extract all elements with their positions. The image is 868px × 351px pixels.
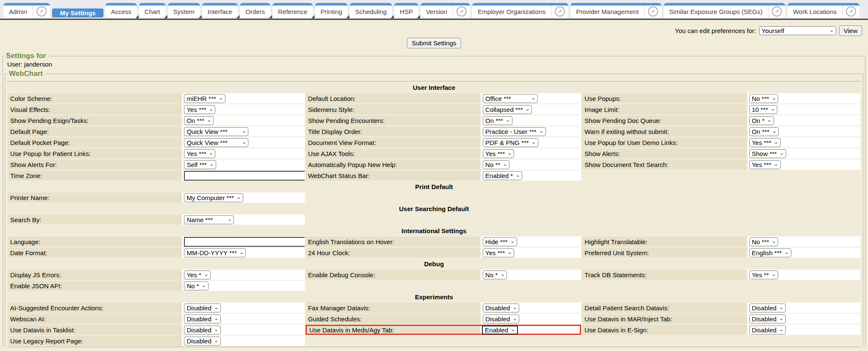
guided-schedules-select[interactable]: Disabled (483, 315, 519, 323)
chevron-down-icon (529, 139, 536, 146)
setting-value-cell: Yes *** (182, 148, 304, 159)
enable-json-api-select[interactable]: No * (184, 281, 208, 290)
use-ajax-tools-label: Use AJAX Tools: (306, 148, 480, 159)
printer-name-select[interactable]: My Computer *** (184, 193, 243, 202)
tab-access[interactable]: Access (106, 3, 137, 17)
use-datavis-in-meds-agy-tab-select[interactable]: Enabled (482, 326, 518, 334)
show-pending-encounters-label: Show Pending Encounters: (306, 115, 480, 125)
tab-external-link[interactable] (453, 6, 470, 17)
chevron-down-icon (827, 27, 834, 34)
tab-interface[interactable]: Interface (202, 3, 238, 17)
show-pending-esign-tasks-select[interactable]: On *** (184, 116, 214, 125)
fax-manager-datavis-select[interactable]: Disabled (483, 304, 519, 312)
webscan-ai-select[interactable]: Disabled (184, 315, 220, 323)
tab-admin[interactable]: Admin (3, 3, 50, 17)
color-scheme-select[interactable]: miEHR *** (184, 94, 225, 103)
detail-patient-search-datavis-select[interactable]: Disabled (749, 304, 786, 312)
setting-value-cell: Yes *** (481, 148, 581, 159)
tab-external-link[interactable] (33, 6, 50, 17)
settings-row: Enable JSON API:No * (8, 281, 860, 291)
warn-if-exiting-without-submit-select[interactable]: On *** (749, 127, 779, 136)
tab-employer-organizations[interactable]: Employer Organizations (472, 3, 568, 17)
show-alerts-for-select[interactable]: Self *** (184, 160, 216, 169)
language-input[interactable] (184, 237, 304, 247)
use-popup-for-user-demo-links-label: Use Popup for User Demo Links: (582, 137, 746, 148)
tab-chart[interactable]: Chart (139, 3, 166, 17)
chevron-down-icon (216, 95, 223, 102)
use-datavis-in-mar-inject-tab-select[interactable]: Disabled (749, 315, 786, 323)
use-popup-for-user-demo-links-select[interactable]: Yes *** (749, 138, 781, 147)
title-display-order-select[interactable]: Practice - User *** (483, 127, 546, 136)
select-value: Disabled (186, 315, 211, 323)
tab-work-locations[interactable]: Work Locations (787, 3, 860, 17)
view-button[interactable]: View (839, 25, 862, 36)
tab-my-settings[interactable]: My Settings (52, 8, 103, 17)
settings-row: Default Pocket Page:Quick View ***Docume… (8, 137, 860, 148)
chevron-down-icon (765, 117, 772, 124)
setting-value-cell: Quick View *** (182, 137, 304, 148)
use-popups-select[interactable]: No *** (749, 94, 779, 103)
default-location-select[interactable]: Office *** (483, 94, 538, 103)
use-datavis-in-tasklist-select[interactable]: Disabled (184, 326, 220, 334)
setting-value-cell: Yes *** (182, 104, 304, 114)
submit-settings-button[interactable]: Submit Settings (407, 38, 461, 48)
tab-similar-exposure-groups-segs[interactable]: Similar Exposure Groups (SEGs) (664, 3, 785, 17)
tab-hsp[interactable]: HSP (394, 3, 418, 17)
setting-value-cell: Yes * (182, 270, 304, 280)
tab-reference[interactable]: Reference (273, 3, 313, 17)
tab-external-link[interactable] (551, 6, 568, 17)
preferences-for-select[interactable]: Yourself (759, 26, 836, 35)
setting-value-cell: Disabled (748, 303, 860, 313)
select-value: On *** (186, 117, 204, 124)
setting-value-cell: On *** (748, 126, 860, 136)
show-alerts-select[interactable]: Show *** (749, 149, 786, 158)
show-pending-encounters-select[interactable]: On *** (483, 116, 512, 125)
use-popup-for-patient-links-select[interactable]: Yes *** (184, 149, 215, 158)
english-translations-on-hover-select[interactable]: Hide *** (483, 237, 517, 246)
tab-orders[interactable]: Orders (240, 3, 270, 17)
setting-value-cell: My Computer *** (182, 192, 304, 203)
time-zone-input[interactable] (184, 171, 304, 181)
highlight-translatable-select[interactable]: No *** (749, 237, 779, 246)
tab-provider-management[interactable]: Provider Management (570, 3, 662, 17)
external-link-icon (648, 6, 658, 17)
visual-effects-select[interactable]: Yes *** (184, 105, 215, 114)
date-format-select[interactable]: MM-DD-YYYY *** (184, 248, 246, 257)
select-value: No * (186, 282, 199, 290)
empty-cell (306, 336, 860, 346)
24-hour-clock-select[interactable]: Yes *** (483, 248, 514, 257)
chevron-down-icon (782, 249, 789, 256)
sidemenu-style-select[interactable]: Collapsed *** (483, 105, 532, 114)
select-value: Yes * (186, 271, 201, 279)
select-value: MM-DD-YYYY *** (186, 249, 236, 256)
search-by-select[interactable]: Name *** (184, 215, 234, 224)
use-legacy-report-page-select[interactable]: Disabled (184, 337, 220, 345)
show-pending-doc-queue-select[interactable]: On * (749, 116, 774, 125)
image-limit-select[interactable]: 10 *** (749, 105, 777, 114)
default-pocket-page-select[interactable]: Quick View *** (184, 138, 248, 147)
tab-label: Provider Management (570, 6, 644, 17)
tab-external-link[interactable] (768, 6, 785, 17)
ai-suggested-encounter-actions-select[interactable]: Disabled (184, 304, 220, 312)
document-view-format-select[interactable]: PDF & PNG *** (483, 138, 538, 147)
default-page-select[interactable]: Quick View *** (184, 127, 248, 136)
show-document-text-search-select[interactable]: Yes *** (749, 160, 781, 169)
enable-debug-console-select[interactable]: No * (483, 270, 507, 279)
select-value: On *** (752, 128, 770, 135)
tab-printing[interactable]: Printing (315, 3, 348, 17)
display-js-errors-select[interactable]: Yes * (184, 270, 210, 279)
tab-external-link[interactable] (644, 6, 662, 17)
webchart-status-bar-select[interactable]: Enabled * (483, 171, 522, 180)
settings-row: AI-Suggested Encounter Actions:DisabledF… (8, 303, 860, 313)
use-datavis-in-e-sign-select[interactable]: Disabled (749, 326, 786, 334)
use-ajax-tools-select[interactable]: Yes *** (483, 149, 514, 158)
preferred-unit-system-select[interactable]: English *** (749, 248, 791, 257)
chevron-down-icon (769, 238, 776, 245)
chevron-down-icon (498, 271, 505, 279)
tab-version[interactable]: Version (420, 3, 470, 17)
tab-external-link[interactable] (842, 6, 860, 17)
tab-scheduling[interactable]: Scheduling (350, 3, 392, 17)
track-db-statements-select[interactable]: Yes ** (749, 270, 778, 279)
automatically-popup-new-help-select[interactable]: No ** (483, 160, 509, 169)
tab-system[interactable]: System (168, 3, 200, 17)
